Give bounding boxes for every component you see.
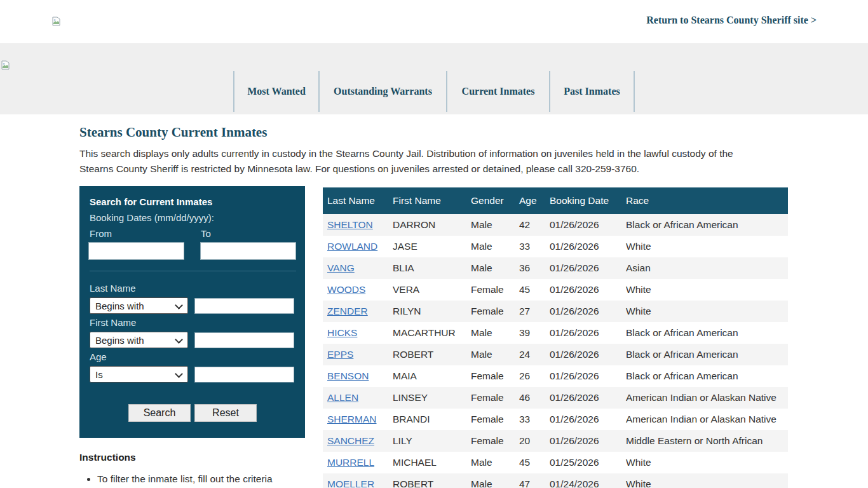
age-cell: 24 <box>515 344 545 365</box>
last-name-link[interactable]: EPPS <box>327 349 353 360</box>
first-name-cell: BLIA <box>388 257 466 279</box>
last-name-link[interactable]: SHERMAN <box>327 414 377 424</box>
main-navigation: Most Wanted Outstanding Warrants Current… <box>233 71 635 112</box>
booking-date-to-input[interactable] <box>200 242 296 260</box>
race-cell: Black or African American <box>621 214 788 236</box>
age-cell: 42 <box>515 214 545 236</box>
booking-date-cell: 01/26/2026 <box>545 214 621 236</box>
table-row: ROWLAND JASE Male 33 01/26/2026 White <box>323 236 788 257</box>
race-cell: Black or African American <box>621 365 788 387</box>
gender-cell: Male <box>466 452 515 473</box>
last-name-cell: ROWLAND <box>323 236 388 257</box>
first-name-input[interactable] <box>194 332 294 348</box>
table-row: ALLEN LINSEY Female 46 01/26/2026 Americ… <box>323 387 788 409</box>
last-name-cell: MOELLER <box>323 473 388 488</box>
site-logo-broken-image-icon[interactable] <box>52 17 60 29</box>
gender-cell: Male <box>466 236 515 257</box>
age-cell: 33 <box>515 236 545 257</box>
tab-most-wanted[interactable]: Most Wanted <box>233 71 318 112</box>
table-row: MOELLER ROBERT Male 47 01/24/2026 White <box>323 473 788 488</box>
race-cell: White <box>621 473 788 488</box>
booking-date-from-input[interactable] <box>88 242 184 260</box>
nav-band: Most Wanted Outstanding Warrants Current… <box>0 43 868 114</box>
last-name-operator-select-wrap: Begins with <box>90 297 188 314</box>
gender-cell: Male <box>466 473 515 488</box>
booking-date-cell: 01/26/2026 <box>545 387 621 409</box>
age-cell: 47 <box>515 473 545 488</box>
last-name-link[interactable]: WOODS <box>327 284 365 295</box>
last-name-link[interactable]: ROWLAND <box>327 241 377 252</box>
reset-button[interactable]: Reset <box>194 404 257 422</box>
search-button[interactable]: Search <box>128 404 191 422</box>
last-name-operator-select[interactable]: Begins with <box>90 297 188 314</box>
to-label: To <box>201 228 211 239</box>
last-name-cell: EPPS <box>323 344 388 365</box>
booking-date-cell: 01/26/2026 <box>545 365 621 387</box>
race-cell: Middle Eastern or North African <box>621 430 788 452</box>
tab-current-inmates[interactable]: Current Inmates <box>446 71 549 112</box>
last-name-cell: SHELTON <box>323 214 388 236</box>
age-cell: 45 <box>515 279 545 301</box>
last-name-link[interactable]: MURRELL <box>327 457 374 468</box>
first-name-cell: JASE <box>388 236 466 257</box>
gender-cell: Female <box>466 430 515 452</box>
instructions-heading: Instructions <box>79 452 321 463</box>
age-cell: 36 <box>515 257 545 279</box>
first-name-cell: ROBERT <box>388 344 466 365</box>
last-name-link[interactable]: VANG <box>327 262 355 273</box>
booking-date-cell: 01/26/2026 <box>545 344 621 365</box>
booking-date-cell: 01/25/2026 <box>545 452 621 473</box>
first-name-operator-select-wrap: Begins with <box>90 332 188 348</box>
table-row: SHERMAN BRANDI Female 33 01/26/2026 Amer… <box>323 409 788 430</box>
tab-outstanding-warrants[interactable]: Outstanding Warrants <box>318 71 446 112</box>
first-name-operator-select[interactable]: Begins with <box>90 332 188 348</box>
gender-cell: Male <box>466 344 515 365</box>
last-name-cell: ZENDER <box>323 301 388 322</box>
col-header-first-name: First Name <box>388 187 466 214</box>
table-row: BENSON MAIA Female 26 01/26/2026 Black o… <box>323 365 788 387</box>
age-input[interactable] <box>194 367 294 383</box>
gender-cell: Male <box>466 257 515 279</box>
last-name-link[interactable]: SANCHEZ <box>327 435 374 446</box>
age-cell: 46 <box>515 387 545 409</box>
banner-broken-image-icon[interactable] <box>1 60 10 72</box>
first-name-label: First Name <box>90 317 136 328</box>
last-name-input[interactable] <box>194 298 294 314</box>
last-name-cell: HICKS <box>323 322 388 344</box>
last-name-link[interactable]: ALLEN <box>327 392 358 403</box>
inmate-table-body: SHELTON DARRON Male 42 01/26/2026 Black … <box>323 214 788 488</box>
gender-cell: Female <box>466 409 515 430</box>
age-label: Age <box>90 351 107 362</box>
first-name-cell: ROBERT <box>388 473 466 488</box>
last-name-cell: SANCHEZ <box>323 430 388 452</box>
return-to-sheriff-site-link[interactable]: Return to Stearns County Sheriff site > <box>646 15 817 26</box>
booking-date-cell: 01/26/2026 <box>545 236 621 257</box>
last-name-label: Last Name <box>90 283 136 294</box>
last-name-link[interactable]: ZENDER <box>327 306 368 316</box>
race-cell: White <box>621 236 788 257</box>
from-label: From <box>90 228 112 239</box>
col-header-booking-date: Booking Date <box>545 187 621 214</box>
booking-date-cell: 01/26/2026 <box>545 257 621 279</box>
gender-cell: Female <box>466 279 515 301</box>
booking-date-cell: 01/26/2026 <box>545 430 621 452</box>
last-name-link[interactable]: SHELTON <box>327 219 373 230</box>
last-name-link[interactable]: BENSON <box>327 370 369 381</box>
search-panel: Search for Current Inmates Booking Dates… <box>79 186 305 438</box>
last-name-cell: VANG <box>323 257 388 279</box>
first-name-cell: MAIA <box>388 365 466 387</box>
booking-date-cell: 01/26/2026 <box>545 279 621 301</box>
first-name-cell: LINSEY <box>388 387 466 409</box>
first-name-cell: LILY <box>388 430 466 452</box>
instructions-item: To filter the inmate list, fill out the … <box>97 472 321 486</box>
last-name-link[interactable]: MOELLER <box>327 478 374 488</box>
last-name-link[interactable]: HICKS <box>327 327 357 338</box>
booking-date-cell: 01/24/2026 <box>545 473 621 488</box>
table-row: SANCHEZ LILY Female 20 01/26/2026 Middle… <box>323 430 788 452</box>
tab-past-inmates[interactable]: Past Inmates <box>549 71 635 112</box>
age-operator-select[interactable]: Is <box>90 366 188 383</box>
gender-cell: Male <box>466 322 515 344</box>
gender-cell: Male <box>466 214 515 236</box>
first-name-cell: MACARTHUR <box>388 322 466 344</box>
age-cell: 39 <box>515 322 545 344</box>
